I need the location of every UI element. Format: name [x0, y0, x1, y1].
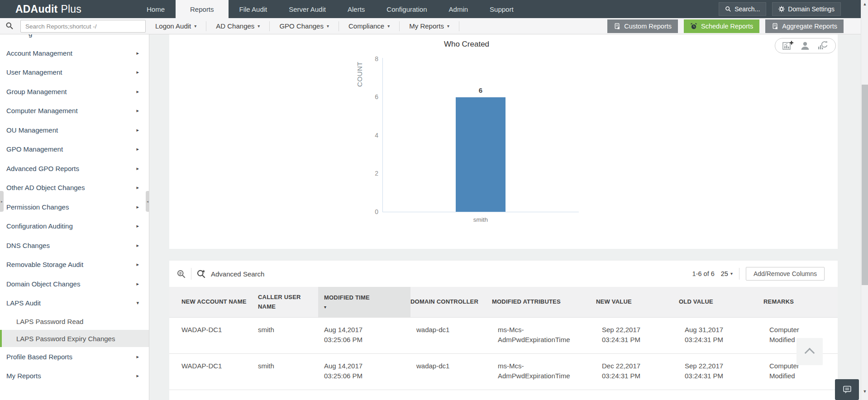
scrollbar-thumb[interactable] — [862, 85, 868, 285]
reports-toolbar: Logon Audit ▾ AD Changes ▾ GPO Changes ▾… — [0, 18, 868, 34]
nav-item-reports[interactable]: Reports — [176, 0, 229, 18]
sidebar-item-label: User Management — [6, 68, 62, 76]
menu-ad-changes[interactable]: AD Changes ▾ — [206, 22, 269, 30]
cell-new-account-name: WADAP-DC1 — [181, 318, 258, 353]
table-row[interactable]: WADAP-DC1 smith Aug 14,2017 03:25:06 PM … — [169, 318, 838, 354]
sidebar-item-permission-changes[interactable]: Permission Changes▸ — [0, 197, 149, 217]
sort-desc-icon: ▾ — [324, 304, 370, 311]
sidebar-item-gpo-management[interactable]: GPO Management▸ — [0, 140, 149, 159]
global-search-button[interactable]: Search... — [719, 2, 766, 16]
scrollbar-up-arrow-icon[interactable]: ▲ — [861, 2, 868, 6]
sidebar-item-group-management[interactable]: Group Management▸ — [0, 82, 149, 101]
sidebar-item-label: Removable Storage Audit — [6, 261, 83, 268]
pagination-range: 1-6 of 6 — [692, 270, 715, 277]
cell-caller-user-name: smith — [258, 318, 324, 353]
chevron-right-icon: ▸ — [136, 127, 139, 133]
nav-item-configuration[interactable]: Configuration — [376, 0, 438, 18]
sidebar-item-computer-management[interactable]: Computer Management▸ — [0, 101, 149, 121]
sidebar-item-advanced-gpo-reports[interactable]: Advanced GPO Reports▸ — [0, 159, 149, 178]
refresh-chart-icon[interactable] — [817, 40, 829, 51]
aggregate-reports-button[interactable]: Aggregate Reports — [765, 19, 844, 33]
nav-item-home[interactable]: Home — [136, 0, 176, 18]
chevron-up-icon — [805, 348, 815, 358]
app-logo[interactable]: ADAudit Plus — [0, 0, 136, 18]
sidebar-item-label: DNS Changes — [6, 242, 50, 249]
global-search-label: Search... — [734, 5, 760, 13]
menu-my-reports[interactable]: My Reports ▾ — [400, 22, 459, 30]
chevron-right-icon: ▸ — [136, 354, 139, 360]
chevron-right-icon: ▸ — [136, 89, 139, 95]
logo-text-bold: ADAudit — [15, 3, 57, 15]
sidebar-collapse-handle[interactable]: ◂ — [146, 191, 149, 212]
sidebar-item-dns-changes[interactable]: DNS Changes▸ — [0, 236, 149, 255]
menu-gpo-changes[interactable]: GPO Changes ▾ — [270, 22, 339, 30]
sidebar-item-account-management[interactable]: Account Management▸ — [0, 43, 149, 63]
add-chart-icon[interactable] — [782, 40, 794, 51]
custom-reports-button[interactable]: Custom Reports — [607, 19, 678, 33]
search-icon[interactable] — [5, 22, 14, 30]
sidebar-item-label: Permission Changes — [6, 203, 69, 211]
sidebar-item-label: GPO Management — [6, 145, 63, 153]
sidebar-item-configuration-auditing[interactable]: Configuration Auditing▸ — [0, 217, 149, 236]
nav-item-admin[interactable]: Admin — [438, 0, 479, 18]
column-header-caller-user-name[interactable]: CALLER USER NAME — [258, 287, 324, 317]
sidebar-item-removable-storage-audit[interactable]: Removable Storage Audit▸ — [0, 255, 149, 275]
table-header-row: NEW ACCOUNT NAME CALLER USER NAME MODIFI… — [169, 287, 838, 318]
app-window: ADAudit Plus Home Reports File Audit Ser… — [0, 0, 868, 400]
alarm-clock-icon — [690, 23, 697, 30]
chevron-right-icon: ▸ — [136, 204, 139, 210]
column-header-old-value[interactable]: OLD VALUE — [679, 287, 763, 317]
sidebar-item-label: Computer Management — [6, 107, 78, 114]
column-search-icon[interactable] — [176, 269, 186, 279]
divider — [191, 268, 191, 280]
feedback-chat-button[interactable] — [835, 379, 859, 400]
sidebar-item-my-reports[interactable]: My Reports▸ — [0, 367, 149, 386]
schedule-reports-button[interactable]: Schedule Reports — [684, 19, 759, 33]
report-category-list: Account Management▸ User Management▸ Gro… — [0, 43, 149, 386]
sidebar-item-label: OU Management — [6, 126, 58, 134]
sidebar-item-other-ad-object-changes[interactable]: Other AD Object Changes▸ — [0, 178, 149, 198]
page-size-dropdown[interactable]: 25 ▾ — [721, 270, 733, 277]
column-header-remarks[interactable]: REMARKS — [763, 287, 831, 317]
y-tick: 8 — [360, 55, 378, 62]
sidebar-item-domain-object-changes[interactable]: Domain Object Changes▸ — [0, 274, 149, 294]
y-tick: 6 — [360, 93, 378, 100]
panel-collapse-handle-left[interactable]: ▸ — [0, 191, 4, 212]
sidebar-item-laps-audit[interactable]: LAPS Audit▾ — [0, 294, 149, 313]
sorted-column-label-group: MODIFIED TIME ▾ — [324, 293, 370, 311]
add-remove-columns-button[interactable]: Add/Remove Columns — [746, 267, 825, 281]
chevron-down-icon: ▾ — [387, 24, 390, 29]
menu-logon-audit[interactable]: Logon Audit ▾ — [146, 22, 206, 30]
page-scrollbar[interactable]: ▲ ▼ — [861, 0, 868, 400]
column-header-modified-attributes[interactable]: MODIFIED ATTRIBUTES — [492, 287, 596, 317]
menu-compliance[interactable]: Compliance ▾ — [339, 22, 399, 30]
column-header-new-account-name[interactable]: NEW ACCOUNT NAME — [181, 287, 258, 317]
sidebar-item-ou-management[interactable]: OU Management▸ — [0, 120, 149, 140]
domain-settings-button[interactable]: Domain Settings — [772, 2, 841, 16]
column-header-label: MODIFIED ATTRIBUTES — [492, 297, 561, 306]
cell-modified-attributes: ms-Mcs-AdmPwdExpirationTime — [498, 354, 602, 390]
advanced-search-icon[interactable] — [196, 269, 206, 279]
scroll-to-top-button[interactable] — [796, 338, 823, 365]
sidebar-item-label: Other AD Object Changes — [6, 184, 85, 191]
scrollbar-down-arrow-icon[interactable]: ▼ — [861, 389, 868, 394]
sidebar-item-laps-password-expiry-changes[interactable]: LAPS Password Expiry Changes — [0, 330, 149, 347]
cell-domain-controller: wadap-dc1 — [416, 354, 498, 390]
sidebar-item-user-management[interactable]: User Management▸ — [0, 63, 149, 82]
nav-item-file-audit[interactable]: File Audit — [229, 0, 278, 18]
user-view-icon[interactable] — [800, 40, 811, 51]
column-header-new-value[interactable]: NEW VALUE — [596, 287, 679, 317]
report-search-input[interactable] — [20, 20, 146, 33]
nav-item-support[interactable]: Support — [479, 0, 525, 18]
sidebar-item-profile-based-reports[interactable]: Profile Based Reports▸ — [0, 347, 149, 367]
column-header-modified-time[interactable]: MODIFIED TIME ▾ — [318, 287, 410, 317]
bar-value-label: 6 — [456, 86, 506, 94]
nav-item-server-audit[interactable]: Server Audit — [278, 0, 337, 18]
column-header-domain-controller[interactable]: DOMAIN CONTROLLER — [410, 287, 492, 317]
table-row[interactable]: WADAP-DC1 smith Aug 14,2017 03:25:06 PM … — [169, 354, 838, 390]
nav-item-alerts[interactable]: Alerts — [337, 0, 376, 18]
bar-smith[interactable]: 6 — [456, 97, 506, 212]
advanced-search-label[interactable]: Advanced Search — [211, 270, 264, 278]
y-tick: 0 — [360, 208, 378, 215]
sidebar-item-laps-password-read[interactable]: LAPS Password Read — [0, 313, 149, 330]
